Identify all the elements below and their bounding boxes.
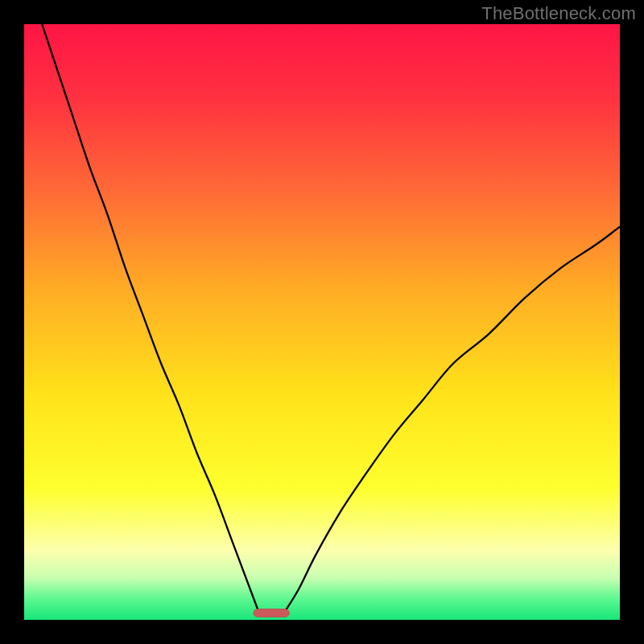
plot-area: [24, 24, 620, 620]
watermark-text: TheBottleneck.com: [481, 3, 636, 24]
chart-frame: TheBottleneck.com: [0, 0, 644, 644]
gradient-background: [24, 24, 620, 620]
chart-svg: [24, 24, 620, 620]
minimum-marker: [254, 609, 289, 617]
